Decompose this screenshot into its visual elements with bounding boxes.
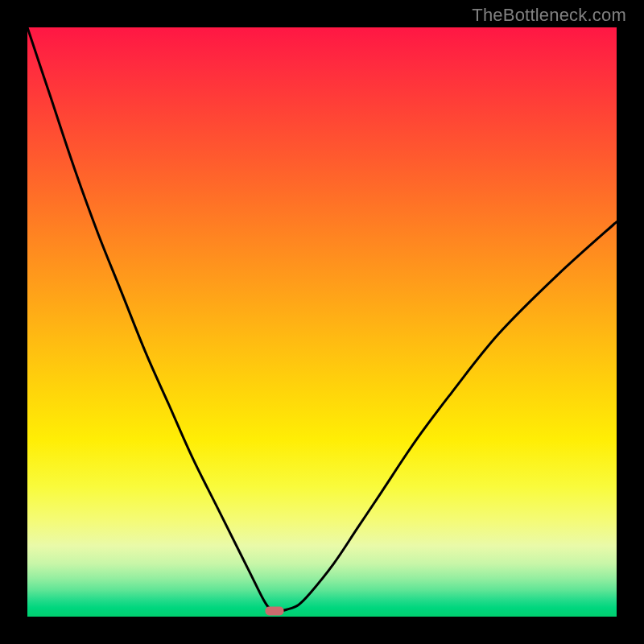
watermark-text: TheBottleneck.com (472, 5, 626, 26)
bottleneck-curve (27, 27, 617, 611)
curve-svg (27, 27, 617, 617)
plot-area (27, 27, 617, 617)
minimum-marker (266, 606, 284, 615)
chart-frame: TheBottleneck.com (0, 0, 644, 644)
